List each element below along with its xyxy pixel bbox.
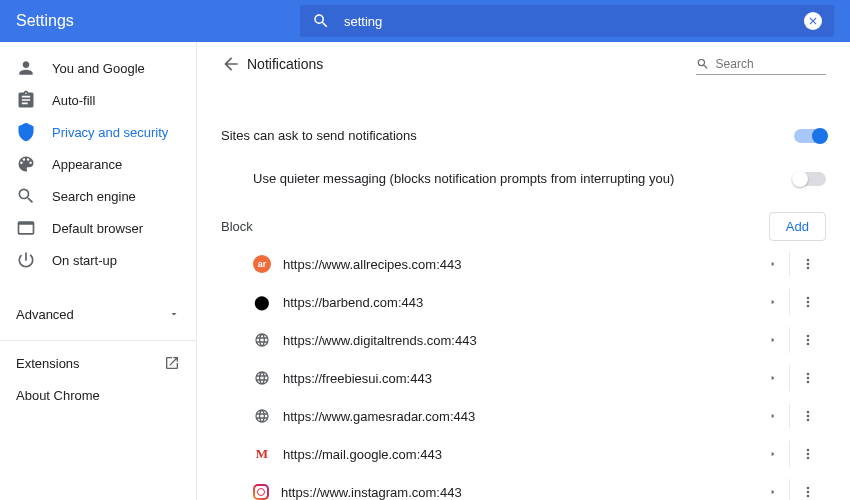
sidebar-item-label: Search engine [52, 189, 136, 204]
sidebar-item-label: Appearance [52, 157, 122, 172]
globe-icon [253, 407, 271, 425]
about-label: About Chrome [16, 388, 100, 403]
person-icon [16, 58, 36, 78]
chevron-right-icon [769, 374, 777, 382]
arrow-back-icon [221, 54, 241, 74]
globe-icon [253, 369, 271, 387]
more-vert-icon [800, 332, 816, 348]
site-row: Mhttps://mail.google.com:443 [221, 435, 826, 473]
page-search[interactable] [696, 54, 826, 75]
site-row: https://www.instagram.com:443 [221, 473, 826, 500]
power-icon [16, 250, 36, 270]
chevron-right-icon [769, 336, 777, 344]
site-more-button[interactable] [790, 294, 826, 310]
close-icon [807, 15, 819, 27]
clipboard-icon [16, 90, 36, 110]
search-icon [696, 56, 710, 72]
site-url: https://www.digitaltrends.com:443 [283, 333, 757, 348]
sidebar-item-appearance[interactable]: Appearance [0, 148, 196, 180]
sidebar-item-label: You and Google [52, 61, 145, 76]
sidebar-item-privacy-security[interactable]: Privacy and security [0, 116, 196, 148]
search-input[interactable] [344, 14, 804, 29]
sidebar-item-label: Privacy and security [52, 125, 168, 140]
palette-icon [16, 154, 36, 174]
site-favicon [253, 484, 269, 500]
sidebar-item-on-startup[interactable]: On start-up [0, 244, 196, 276]
site-more-button[interactable] [790, 484, 826, 500]
search-icon [312, 12, 330, 30]
back-button[interactable] [215, 48, 247, 80]
extensions-label: Extensions [16, 356, 80, 371]
page-search-input[interactable] [716, 57, 826, 71]
search-box[interactable] [300, 5, 834, 37]
chevron-right-icon [769, 298, 777, 306]
block-section-header: Block Add [221, 200, 826, 245]
content-area: Notifications Sites can ask to send noti… [196, 42, 850, 500]
site-details-button[interactable] [757, 298, 789, 306]
chevron-right-icon [769, 450, 777, 458]
add-site-button[interactable]: Add [769, 212, 826, 241]
open-in-new-icon [164, 355, 180, 371]
site-more-button[interactable] [790, 446, 826, 462]
chevron-down-icon [168, 308, 180, 320]
more-vert-icon [800, 294, 816, 310]
block-label: Block [221, 219, 253, 234]
site-details-button[interactable] [757, 450, 789, 458]
chevron-right-icon [769, 412, 777, 420]
site-more-button[interactable] [790, 256, 826, 272]
site-details-button[interactable] [757, 488, 789, 496]
site-url: https://mail.google.com:443 [283, 447, 757, 462]
sidebar-item-label: On start-up [52, 253, 117, 268]
more-vert-icon [800, 484, 816, 500]
search-icon [16, 186, 36, 206]
chevron-right-icon [769, 260, 777, 268]
site-details-button[interactable] [757, 260, 789, 268]
sidebar-item-you-and-google[interactable]: You and Google [0, 52, 196, 84]
more-vert-icon [800, 408, 816, 424]
site-url: https://barbend.com:443 [283, 295, 757, 310]
setting-label: Sites can ask to send notifications [221, 128, 417, 143]
toggle-quieter-messaging[interactable] [794, 172, 826, 186]
sidebar: You and Google Auto-fill Privacy and sec… [0, 42, 196, 500]
content-header: Notifications [221, 42, 826, 86]
site-row: ⬤https://barbend.com:443 [221, 283, 826, 321]
shield-icon [16, 122, 36, 142]
divider [0, 340, 196, 341]
sidebar-item-about[interactable]: About Chrome [0, 379, 196, 411]
advanced-label: Advanced [16, 307, 74, 322]
site-url: https://freebiesui.com:443 [283, 371, 757, 386]
site-favicon: M [253, 445, 271, 463]
more-vert-icon [800, 446, 816, 462]
setting-quieter-messaging: Use quieter messaging (blocks notificati… [221, 157, 826, 200]
sidebar-item-search-engine[interactable]: Search engine [0, 180, 196, 212]
clear-search-button[interactable] [804, 12, 822, 30]
site-details-button[interactable] [757, 336, 789, 344]
site-more-button[interactable] [790, 408, 826, 424]
toggle-ask-notifications[interactable] [794, 129, 826, 143]
setting-ask-notifications: Sites can ask to send notifications [221, 114, 826, 157]
site-row: https://www.gamesradar.com:443 [221, 397, 826, 435]
sidebar-item-label: Default browser [52, 221, 143, 236]
site-url: https://www.instagram.com:443 [281, 485, 757, 500]
globe-icon [253, 331, 271, 349]
sidebar-item-label: Auto-fill [52, 93, 95, 108]
site-details-button[interactable] [757, 412, 789, 420]
site-url: https://www.allrecipes.com:443 [283, 257, 757, 272]
site-row: https://www.digitaltrends.com:443 [221, 321, 826, 359]
page-title: Notifications [247, 56, 696, 72]
chevron-right-icon [769, 488, 777, 496]
site-row: https://freebiesui.com:443 [221, 359, 826, 397]
app-title: Settings [16, 12, 300, 30]
site-more-button[interactable] [790, 332, 826, 348]
app-header: Settings [0, 0, 850, 42]
site-favicon: ⬤ [253, 293, 271, 311]
sidebar-advanced-toggle[interactable]: Advanced [0, 294, 196, 334]
sidebar-item-auto-fill[interactable]: Auto-fill [0, 84, 196, 116]
setting-label: Use quieter messaging (blocks notificati… [253, 171, 674, 186]
site-more-button[interactable] [790, 370, 826, 386]
site-details-button[interactable] [757, 374, 789, 382]
sidebar-item-default-browser[interactable]: Default browser [0, 212, 196, 244]
site-url: https://www.gamesradar.com:443 [283, 409, 757, 424]
sidebar-item-extensions[interactable]: Extensions [0, 347, 196, 379]
browser-icon [16, 218, 36, 238]
